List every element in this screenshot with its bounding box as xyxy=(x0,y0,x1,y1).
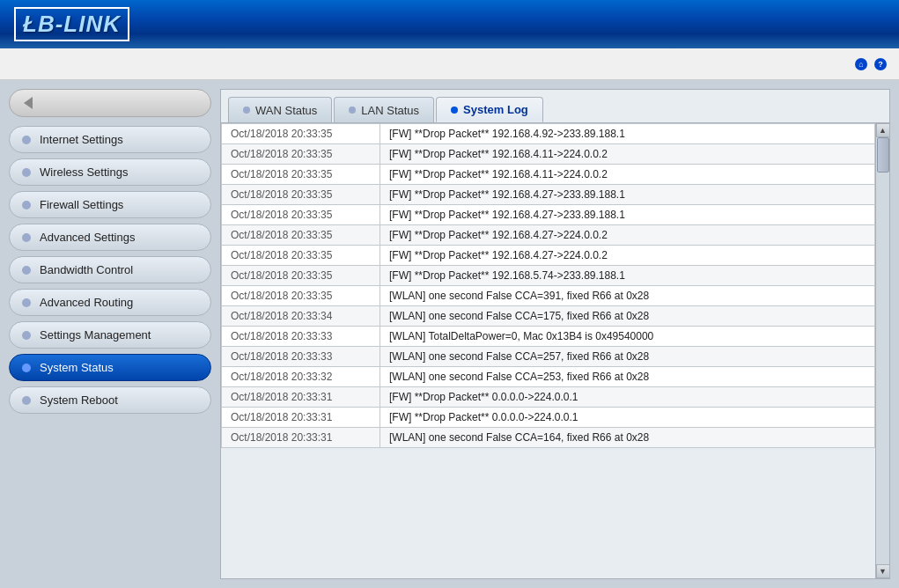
nav-item-label: Advanced Settings xyxy=(40,231,135,244)
log-timestamp: Oct/18/2018 20:33:35 xyxy=(222,266,380,286)
home-icon: ⌂ xyxy=(855,58,867,70)
table-row: Oct/18/2018 20:33:35[FW] **Drop Packet**… xyxy=(222,124,875,144)
nav-dot-icon xyxy=(22,396,31,405)
log-data-table: Oct/18/2018 20:33:35[FW] **Drop Packet**… xyxy=(221,123,875,448)
nav-item-label: Bandwidth Control xyxy=(40,263,133,276)
table-row: Oct/18/2018 20:33:35[FW] **Drop Packet**… xyxy=(222,266,875,286)
content-panel: WAN StatusLAN StatusSystem Log Oct/18/20… xyxy=(220,89,890,579)
topbar-links: ⌂ ? xyxy=(855,58,888,70)
scroll-track[interactable] xyxy=(876,137,890,564)
nav-item-label: Advanced Routing xyxy=(40,296,133,309)
table-row: Oct/18/2018 20:33:33[WLAN] one second Fa… xyxy=(222,347,875,367)
nav-dot-icon xyxy=(22,266,31,275)
scrollbar[interactable]: ▲ ▼ xyxy=(875,123,889,578)
log-message: [FW] **Drop Packet** 192.168.4.11->224.0… xyxy=(380,165,875,185)
log-message: [WLAN] one second False CCA=257, fixed R… xyxy=(380,347,875,367)
log-message: [WLAN] one second False CCA=253, fixed R… xyxy=(380,367,875,387)
topbar: ⌂ ? xyxy=(0,48,899,80)
table-row: Oct/18/2018 20:33:31[WLAN] one second Fa… xyxy=(222,428,875,448)
table-row: Oct/18/2018 20:33:33[WLAN] TotalDeltaPow… xyxy=(222,327,875,347)
sidebar: Internet SettingsWireless SettingsFirewa… xyxy=(9,89,211,579)
log-message: [WLAN] one second False CCA=164, fixed R… xyxy=(380,428,875,448)
tab-system-log[interactable]: System Log xyxy=(436,97,543,122)
table-row: Oct/18/2018 20:33:35[FW] **Drop Packet**… xyxy=(222,144,875,165)
scroll-thumb[interactable] xyxy=(877,137,889,173)
log-timestamp: Oct/18/2018 20:33:35 xyxy=(222,225,380,246)
table-row: Oct/18/2018 20:33:35[FW] **Drop Packet**… xyxy=(222,205,875,225)
log-timestamp: Oct/18/2018 20:33:35 xyxy=(222,246,380,266)
nav-item-label: Internet Settings xyxy=(40,133,123,146)
log-message: [WLAN] TotalDeltaPower=0, Mac 0x13B4 is … xyxy=(380,327,875,347)
table-row: Oct/18/2018 20:33:35[FW] **Drop Packet**… xyxy=(222,246,875,266)
nav-item-label: Settings Management xyxy=(40,328,151,342)
help-icon: ? xyxy=(874,58,887,70)
nav-dot-icon xyxy=(22,168,31,177)
tab-label: LAN Status xyxy=(361,104,419,117)
log-message: [WLAN] one second False CCA=391, fixed R… xyxy=(380,286,875,306)
table-row: Oct/18/2018 20:33:35[FW] **Drop Packet**… xyxy=(222,165,875,185)
table-row: Oct/18/2018 20:33:31[FW] **Drop Packet**… xyxy=(222,408,875,428)
log-message: [FW] **Drop Packet** 192.168.4.27->224.0… xyxy=(380,246,875,266)
logo: ŁB-LINK xyxy=(14,7,129,41)
log-message: [FW] **Drop Packet** 192.168.4.27->224.0… xyxy=(380,225,875,246)
log-timestamp: Oct/18/2018 20:33:35 xyxy=(222,165,380,185)
sidebar-item-bandwidth-control[interactable]: Bandwidth Control xyxy=(9,256,211,283)
tab-dot-icon xyxy=(349,107,356,114)
log-message: [FW] **Drop Packet** 192.168.4.27->233.8… xyxy=(380,185,875,205)
sidebar-item-internet-settings[interactable]: Internet Settings xyxy=(9,126,211,153)
log-table: Oct/18/2018 20:33:35[FW] **Drop Packet**… xyxy=(221,123,875,578)
home-link[interactable]: ⌂ xyxy=(855,58,869,70)
help-link[interactable]: ? xyxy=(874,58,888,70)
nav-dot-icon xyxy=(22,136,31,144)
log-timestamp: Oct/18/2018 20:33:31 xyxy=(222,387,380,408)
sidebar-item-firewall-settings[interactable]: Firewall Settings xyxy=(9,191,211,218)
nav-item-label: System Status xyxy=(40,361,114,374)
log-message: [FW] **Drop Packet** 0.0.0.0->224.0.0.1 xyxy=(380,408,875,428)
nav-dot-icon xyxy=(22,233,31,242)
tab-dot-icon xyxy=(451,107,458,114)
sidebar-item-advanced-settings[interactable]: Advanced Settings xyxy=(9,224,211,251)
tab-label: WAN Status xyxy=(255,104,317,117)
log-timestamp: Oct/18/2018 20:33:33 xyxy=(222,327,380,347)
scroll-up-button[interactable]: ▲ xyxy=(876,123,890,137)
log-timestamp: Oct/18/2018 20:33:31 xyxy=(222,408,380,428)
back-button[interactable] xyxy=(9,89,211,117)
sidebar-item-advanced-routing[interactable]: Advanced Routing xyxy=(9,289,211,316)
table-row: Oct/18/2018 20:33:35[FW] **Drop Packet**… xyxy=(222,185,875,205)
sidebar-item-settings-management[interactable]: Settings Management xyxy=(9,321,211,349)
nav-item-label: Firewall Settings xyxy=(40,198,123,211)
sidebar-item-system-status[interactable]: System Status xyxy=(9,354,211,381)
tab-dot-icon xyxy=(243,107,250,114)
nav-item-label: Wireless Settings xyxy=(40,165,128,179)
back-arrow-icon xyxy=(24,97,33,109)
log-timestamp: Oct/18/2018 20:33:35 xyxy=(222,205,380,225)
log-message: [FW] **Drop Packet** 192.168.4.92->233.8… xyxy=(380,124,875,144)
log-container: Oct/18/2018 20:33:35[FW] **Drop Packet**… xyxy=(221,123,889,578)
nav-dot-icon xyxy=(22,364,31,372)
log-timestamp: Oct/18/2018 20:33:35 xyxy=(222,124,380,144)
sidebar-item-wireless-settings[interactable]: Wireless Settings xyxy=(9,158,211,186)
logo-text: ŁB-LINK xyxy=(23,11,121,37)
log-message: [WLAN] one second False CCA=175, fixed R… xyxy=(380,306,875,327)
scroll-down-button[interactable]: ▼ xyxy=(876,564,890,578)
log-message: [FW] **Drop Packet** 192.168.4.27->233.8… xyxy=(380,205,875,225)
log-message: [FW] **Drop Packet** 0.0.0.0->224.0.0.1 xyxy=(380,387,875,408)
table-row: Oct/18/2018 20:33:31[FW] **Drop Packet**… xyxy=(222,387,875,408)
nav-dot-icon xyxy=(22,298,31,307)
log-message: [FW] **Drop Packet** 192.168.5.74->233.8… xyxy=(380,266,875,286)
log-timestamp: Oct/18/2018 20:33:31 xyxy=(222,428,380,448)
tab-wan-status[interactable]: WAN Status xyxy=(228,97,332,122)
main-layout: Internet SettingsWireless SettingsFirewa… xyxy=(0,80,899,588)
table-row: Oct/18/2018 20:33:35[FW] **Drop Packet**… xyxy=(222,225,875,246)
table-row: Oct/18/2018 20:33:35[WLAN] one second Fa… xyxy=(222,286,875,306)
log-timestamp: Oct/18/2018 20:33:35 xyxy=(222,144,380,165)
nav-item-label: System Reboot xyxy=(40,393,118,407)
sidebar-item-system-reboot[interactable]: System Reboot xyxy=(9,386,211,414)
nav-dot-icon xyxy=(22,201,31,209)
log-timestamp: Oct/18/2018 20:33:33 xyxy=(222,347,380,367)
tab-label: System Log xyxy=(463,103,528,116)
tab-lan-status[interactable]: LAN Status xyxy=(334,97,434,122)
log-timestamp: Oct/18/2018 20:33:32 xyxy=(222,367,380,387)
log-message: [FW] **Drop Packet** 192.168.4.11->224.0… xyxy=(380,144,875,165)
table-row: Oct/18/2018 20:33:32[WLAN] one second Fa… xyxy=(222,367,875,387)
